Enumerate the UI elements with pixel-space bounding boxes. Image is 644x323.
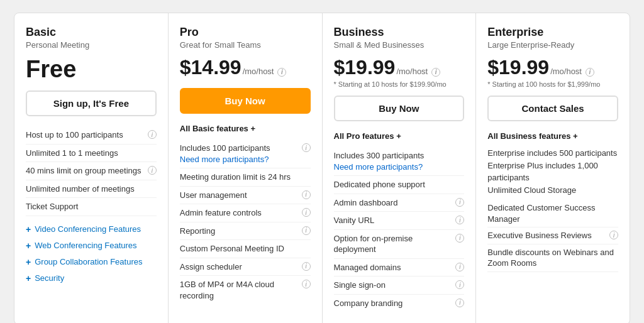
feature-text: 40 mins limit on group meetings (26, 165, 145, 177)
feature-text: Bundle discounts on Webinars and Zoom Ro… (487, 247, 618, 269)
feature-admin-dashboard: Admin dashboard i (334, 194, 465, 212)
need-more-participants-link-pro[interactable]: Need more participants? (180, 155, 269, 164)
feature-text: 1GB of MP4 or M4A cloud recording (180, 279, 299, 301)
price-amount: $14.99 (180, 56, 242, 79)
feature-text: Vanity URL (334, 215, 453, 226)
feature-bundle-discounts: Bundle discounts on Webinars and Zoom Ro… (487, 244, 618, 272)
feature-vanity-url: Vanity URL i (334, 212, 465, 230)
plan-enterprise: Enterprise Large Enterprise-Ready $19.99… (476, 13, 630, 323)
feature-custom-meeting-id: Custom Personal Meeting ID (180, 240, 311, 258)
plus-label: Group Collaboration Features (35, 257, 142, 266)
info-icon[interactable]: i (302, 280, 311, 288)
feature-text: Host up to 100 participants (26, 129, 145, 141)
plan-price-business: $19.99 /mo/host i (334, 56, 465, 79)
info-icon[interactable]: i (148, 130, 157, 139)
feature-300-participants: Includes 300 participants Need more part… (334, 147, 465, 176)
feature-text: Ticket Support (26, 201, 157, 212)
feature-text: Assign scheduler (180, 261, 299, 273)
feature-unlimited-1to1: Unlimited 1 to 1 meetings (26, 145, 157, 163)
info-icon[interactable]: i (302, 208, 311, 217)
plan-price-basic: Free (26, 56, 157, 83)
feature-assign-scheduler: Assign scheduler i (180, 258, 311, 276)
feature-text: Dedicated phone support (334, 179, 465, 190)
feature-text: Custom Personal Meeting ID (180, 243, 311, 255)
plan-business: Business Small & Med Businesses $19.99 /… (323, 13, 477, 323)
plan-price-pro: $14.99 /mo/host i (180, 56, 311, 79)
price-info-icon[interactable]: i (431, 68, 440, 77)
plan-subtitle-basic: Personal Meeting (26, 40, 157, 50)
group-collaboration-expand[interactable]: + Group Collaboration Features (26, 254, 157, 270)
features-header-pro: All Basic features + (180, 124, 311, 133)
buy-now-pro-button[interactable]: Buy Now (180, 88, 311, 114)
feature-meeting-duration: Meeting duration limit is 24 hrs (180, 168, 311, 187)
feature-sso: Single sign-on i (334, 276, 465, 295)
price-unit: /mo/host (243, 67, 274, 76)
signup-free-button[interactable]: Sign up, It's Free (26, 90, 157, 116)
feature-40mins: 40 mins limit on group meetings i (26, 162, 157, 180)
security-expand[interactable]: + Security (26, 270, 157, 287)
web-conferencing-expand[interactable]: + Web Conferencing Features (26, 238, 157, 254)
video-conferencing-expand[interactable]: + Video Conferencing Features (26, 221, 157, 238)
info-icon[interactable]: i (455, 198, 464, 207)
features-header-business: All Pro features + (334, 131, 465, 141)
price-amount: $19.99 (487, 56, 549, 79)
feature-executive-business-reviews: Executive Business Reviews i (487, 227, 618, 244)
plus-label: Security (35, 273, 64, 283)
feature-on-premise: Option for on-premise deployment i (334, 230, 465, 259)
feature-text: Includes 300 participants Need more part… (334, 150, 465, 172)
feature-company-branding: Company branding i (334, 295, 465, 312)
feature-host-100: Host up to 100 participants i (26, 126, 157, 145)
info-icon[interactable]: i (455, 298, 464, 307)
info-icon[interactable]: i (455, 280, 464, 289)
feature-text: Admin dashboard (334, 197, 453, 209)
info-icon[interactable]: i (455, 234, 464, 243)
plan-subtitle-business: Small & Med Businesses (334, 40, 465, 50)
price-info-icon[interactable]: i (586, 68, 594, 77)
info-icon[interactable]: i (302, 143, 311, 152)
contact-sales-button[interactable]: Contact Sales (487, 96, 618, 121)
info-icon[interactable]: i (609, 231, 618, 239)
plus-label: Web Conferencing Features (35, 241, 136, 250)
price-info-icon[interactable]: i (277, 68, 286, 77)
price-note-enterprise: * Starting at 100 hosts for $1,999/mo (487, 80, 618, 88)
plan-basic: Basic Personal Meeting Free Sign up, It'… (14, 13, 169, 323)
feature-text: Single sign-on (334, 280, 453, 291)
info-icon[interactable]: i (302, 226, 311, 235)
feature-user-management: User management i (180, 187, 311, 205)
price-unit: /mo/host (550, 67, 582, 76)
info-icon[interactable]: i (148, 166, 157, 175)
feature-text: Reporting (180, 226, 299, 237)
info-icon[interactable]: i (302, 262, 311, 271)
plan-cta-basic: Sign up, It's Free (26, 90, 157, 116)
feature-100-participants: Includes 100 participants Need more part… (180, 140, 311, 168)
pricing-table: Basic Personal Meeting Free Sign up, It'… (14, 13, 630, 323)
feature-admin-feature-controls: Admin feature controls i (180, 204, 311, 222)
plan-name-business: Business (334, 26, 465, 39)
plan-pro: Pro Great for Small Teams $14.99 /mo/hos… (169, 13, 323, 323)
need-more-participants-link-biz[interactable]: Need more participants? (334, 162, 423, 172)
feature-text: Unlimited number of meetings (26, 183, 157, 195)
plus-sections: + Video Conferencing Features + Web Conf… (26, 221, 157, 287)
plan-name-enterprise: Enterprise (487, 26, 618, 39)
features-header-enterprise: All Business features + (487, 131, 618, 141)
plan-cta-pro: Buy Now (180, 88, 311, 114)
info-icon[interactable]: i (455, 216, 464, 224)
plan-name-pro: Pro (180, 26, 311, 39)
enterprise-participants-block: Enterprise includes 500 participants Ent… (487, 147, 618, 196)
feature-text: User management (180, 190, 299, 201)
plan-subtitle-pro: Great for Small Teams (180, 40, 311, 50)
buy-now-business-button[interactable]: Buy Now (334, 96, 465, 121)
feature-text: Managed domains (334, 262, 453, 273)
feature-managed-domains: Managed domains i (334, 259, 465, 277)
plan-cta-enterprise: Contact Sales (487, 96, 618, 121)
feature-unlimited-meetings: Unlimited number of meetings (26, 180, 157, 199)
plan-name-basic: Basic (26, 26, 157, 39)
feature-text: Unlimited 1 to 1 meetings (26, 148, 157, 159)
plus-icon: + (26, 257, 31, 267)
info-icon[interactable]: i (455, 263, 464, 271)
feature-text: Option for on-premise deployment (334, 233, 453, 255)
plus-icon: + (26, 241, 31, 251)
feature-dedicated-customer-success: Dedicated Customer Success Manager (487, 200, 618, 227)
feature-text: Dedicated Customer Success Manager (487, 202, 618, 224)
info-icon[interactable]: i (302, 190, 311, 199)
